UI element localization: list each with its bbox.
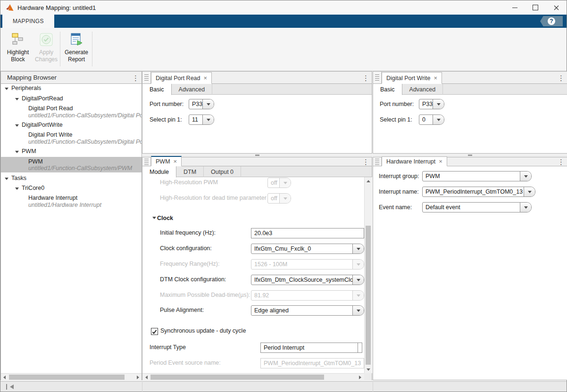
pulse-alignment-combo[interactable]: Edge aligned [251, 305, 364, 316]
subtab-basic[interactable]: Basic [142, 84, 172, 95]
period-event-value: PWM_PeriodInterrupt_GtmTOM0_13 [264, 360, 361, 367]
tree-item-digitalportwrite[interactable]: DigitalPortWrite [22, 122, 63, 128]
pwm-panel: PWM Module DTM Output 0 High-Resolution … [142, 157, 372, 380]
tree-item-digital-port-write-path: untitled1/Function-CallSubsystem/Digital… [28, 139, 142, 145]
panel-grip-icon[interactable] [373, 72, 382, 83]
apply-changes-label-2: Changes [29, 56, 64, 63]
tab-digital-port-read[interactable]: Digital Port Read [151, 72, 212, 84]
subtab-dtm[interactable]: DTM [176, 166, 204, 177]
scroll-right-icon[interactable] [137, 376, 139, 379]
select-pin-combo[interactable]: 0 [419, 114, 444, 125]
help-button[interactable] [540, 16, 563, 26]
tree-item-digitalportread[interactable]: DigitalPortRead [22, 95, 63, 102]
apply-changes-icon [39, 33, 53, 47]
initial-frequency-label: Initial frequency (Hz): [160, 229, 216, 236]
tree-expander-icon[interactable] [5, 178, 8, 180]
kebab-menu-icon[interactable] [132, 74, 139, 82]
kebab-menu-icon[interactable] [558, 158, 564, 165]
kebab-menu-icon[interactable] [558, 74, 564, 82]
scroll-down-icon[interactable] [367, 368, 370, 371]
minimize-button[interactable] [504, 0, 525, 15]
port-number-label: Port number: [380, 101, 414, 107]
tab-close-icon[interactable] [204, 76, 208, 81]
kebab-menu-icon[interactable] [362, 158, 369, 165]
port-number-label: Port number: [150, 101, 183, 107]
clock-section-expander-icon[interactable] [152, 217, 156, 219]
panel-grip-icon[interactable] [142, 72, 151, 83]
dropdown-arrow-icon [433, 115, 444, 124]
generate-report-button[interactable]: Generate Report [59, 31, 94, 67]
subtab-module[interactable]: Module [142, 166, 176, 178]
tree-item-peripherals[interactable]: Peripherals [11, 85, 41, 91]
tab-close-icon[interactable] [434, 76, 438, 81]
tree-expander-icon[interactable] [15, 98, 19, 100]
tree-h-scroll-thumb[interactable] [9, 375, 125, 380]
tree-expander-icon[interactable] [15, 188, 19, 190]
panel-grip-icon[interactable] [373, 157, 382, 166]
subtab-basic[interactable]: Basic [373, 84, 402, 95]
interrupt-name-combo[interactable]: PWM_PeriodInterrupt_GtmTOM0_13 [422, 187, 535, 197]
scroll-up-icon[interactable] [367, 180, 370, 182]
tab-label: Digital Port Write [386, 75, 431, 82]
tree-item-digital-port-read-path: untitled1/Function-CallSubsystem/Digital… [28, 112, 142, 119]
tab-close-icon[interactable] [439, 159, 442, 164]
close-button[interactable] [546, 0, 567, 15]
event-name-combo[interactable]: Default event [422, 202, 532, 212]
event-name-value: Default event [423, 203, 520, 212]
tab-close-icon[interactable] [174, 159, 177, 164]
interrupt-type-combo[interactable]: Period Interrupt [260, 343, 362, 353]
clock-section-header[interactable]: Clock [157, 215, 173, 221]
pwm-v-scrollbar[interactable] [364, 177, 372, 373]
help-icon [548, 17, 555, 25]
high-res-pwm-value: off [268, 178, 279, 188]
pwm-h-scrollbar[interactable] [142, 373, 364, 381]
tree-expander-icon[interactable] [15, 124, 19, 127]
tab-label: Hardware Interrupt [386, 158, 435, 165]
pwm-v-scroll-thumb[interactable] [366, 226, 371, 365]
tree-item-tricore0[interactable]: TriCore0 [22, 185, 44, 191]
dtm-clock-configuration-combo[interactable]: IfxGtm_Dtm_ClockSource_systemClock [251, 275, 364, 285]
tab-hardware-interrupt[interactable]: Hardware Interrupt [382, 156, 447, 166]
tree-item-tasks[interactable]: Tasks [11, 175, 26, 181]
interrupt-group-value: PWM [423, 172, 520, 181]
tree-item-hardware-interrupt[interactable]: Hardware Interrupt [28, 195, 77, 201]
port-number-value: P33 [189, 99, 202, 109]
scroll-right-icon[interactable] [359, 376, 361, 379]
sync-update-label[interactable]: Synchronous update - duty cycle [160, 327, 246, 334]
tree-h-scrollbar[interactable] [1, 373, 142, 381]
pwm-h-scroll-thumb[interactable] [150, 375, 324, 380]
select-pin-combo[interactable]: 11 [189, 114, 214, 125]
pulse-alignment-value: Edge aligned [251, 306, 352, 315]
tree-expander-icon[interactable] [15, 151, 19, 153]
subtab-advanced[interactable]: Advanced [172, 84, 213, 95]
port-number-combo[interactable]: P33 [189, 99, 214, 109]
kebab-menu-icon[interactable] [362, 74, 369, 82]
subtab-output0[interactable]: Output 0 [204, 166, 241, 177]
scroll-left-icon[interactable] [3, 376, 6, 379]
tab-pwm[interactable]: PWM [151, 156, 182, 166]
pwm-module-form: High-Resolution PWM off High-Resolution … [142, 177, 372, 373]
dock-panel-icon[interactable] [6, 384, 13, 390]
port-number-combo[interactable]: P33 [419, 99, 444, 109]
tree-expander-icon[interactable] [5, 88, 8, 90]
frequency-range-combo: 1526 - 100M [251, 259, 364, 270]
subtab-advanced[interactable]: Advanced [402, 84, 443, 95]
scroll-left-icon[interactable] [145, 376, 148, 379]
panel-grip-icon[interactable] [142, 157, 151, 166]
interrupt-group-combo[interactable]: PWM [422, 171, 532, 181]
interrupt-type-value: Period Interrupt [264, 344, 304, 351]
initial-frequency-input[interactable] [251, 228, 364, 238]
clock-configuration-combo[interactable]: IfxGtm_Cmu_Fxclk_0 [251, 244, 364, 254]
tree-item-pwm[interactable]: PWM [28, 158, 43, 165]
sync-update-checkbox[interactable] [151, 328, 158, 335]
tree-item-digital-port-read[interactable]: Digital Port Read [28, 105, 73, 112]
dropdown-arrow-icon [279, 194, 291, 203]
tab-mappings[interactable]: MAPPINGS [2, 15, 54, 28]
tree-item-pwm-group[interactable]: PWM [22, 148, 36, 155]
tab-digital-port-write[interactable]: Digital Port Write [382, 72, 442, 84]
maximize-button[interactable] [525, 0, 546, 15]
dtm-clock-configuration-value: IfxGtm_Dtm_ClockSource_systemClock [251, 275, 352, 285]
splitter-grip-icon [468, 155, 472, 156]
dropdown-arrow-icon [352, 275, 364, 285]
tree-item-digital-port-write[interactable]: Digital Port Write [28, 131, 73, 138]
